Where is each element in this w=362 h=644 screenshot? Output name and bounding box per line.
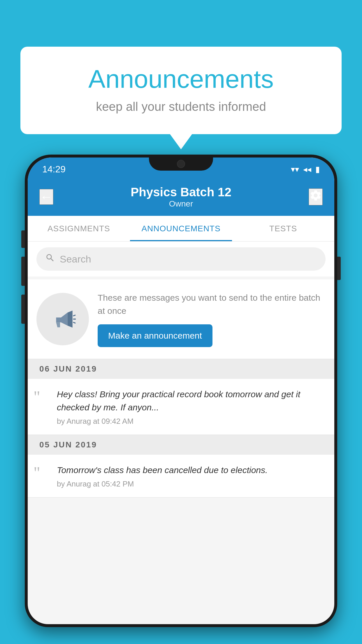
quote-icon-1: " <box>34 389 51 426</box>
speech-bubble: Announcements keep all your students inf… <box>20 47 342 134</box>
gear-icon <box>309 189 322 202</box>
tab-announcements[interactable]: ANNOUNCEMENTS <box>130 216 232 241</box>
announcement-message-1: Hey class! Bring your practical record b… <box>57 388 326 414</box>
header-title-area: Physics Batch 12 Owner <box>131 185 231 209</box>
settings-button[interactable] <box>309 188 323 205</box>
back-button[interactable]: ← <box>39 189 53 205</box>
announcement-author-2: by Anurag at 05:42 PM <box>57 480 326 489</box>
search-icon <box>45 253 55 265</box>
header-title: Physics Batch 12 <box>131 185 231 199</box>
announcement-author-1: by Anurag at 09:42 AM <box>57 417 326 426</box>
phone-mockup: 14:29 ▾▾ ◂◂ ▮ ← Physics Batch 12 Owner <box>25 155 337 644</box>
date-section-1: 06 JUN 2019 <box>28 359 334 379</box>
announcement-content-1: Hey class! Bring your practical record b… <box>57 388 326 426</box>
phone-screen: 14:29 ▾▾ ◂◂ ▮ ← Physics Batch 12 Owner <box>28 158 334 624</box>
phone-outer: 14:29 ▾▾ ◂◂ ▮ ← Physics Batch 12 Owner <box>25 155 337 627</box>
speech-bubble-container: Announcements keep all your students inf… <box>20 47 342 134</box>
announcement-content-2: Tomorrow's class has been cancelled due … <box>57 463 326 489</box>
phone-camera <box>177 160 185 168</box>
announcement-item-1[interactable]: " Hey class! Bring your practical record… <box>28 379 334 435</box>
search-bar[interactable]: Search <box>36 247 326 271</box>
speech-bubble-title: Announcements <box>44 64 318 94</box>
tab-assignments[interactable]: ASSIGNMENTS <box>28 216 130 241</box>
make-announcement-button[interactable]: Make an announcement <box>98 324 212 347</box>
date-label-1: 06 JUN 2019 <box>39 364 97 373</box>
phone-side-btn-left-2 <box>21 257 25 286</box>
phone-notch <box>149 155 213 171</box>
tabs-bar: ASSIGNMENTS ANNOUNCEMENTS TESTS <box>28 216 334 242</box>
announcement-icon-circle <box>36 293 89 345</box>
announcement-message-2: Tomorrow's class has been cancelled due … <box>57 463 326 477</box>
search-container: Search <box>28 242 334 276</box>
phone-side-btn-left-3 <box>21 295 25 324</box>
phone-side-btn-left-1 <box>21 230 25 248</box>
announcement-promo-right: These are messages you want to send to t… <box>98 291 326 347</box>
header-subtitle: Owner <box>131 199 231 209</box>
wifi-icon: ▾▾ <box>291 164 299 174</box>
date-label-2: 05 JUN 2019 <box>39 440 97 449</box>
phone-side-btn-right <box>337 257 341 280</box>
announcement-promo-text: These are messages you want to send to t… <box>98 291 326 317</box>
status-icons: ▾▾ ◂◂ ▮ <box>291 164 320 174</box>
announcement-item-2[interactable]: " Tomorrow's class has been cancelled du… <box>28 455 334 498</box>
tab-tests[interactable]: TESTS <box>232 216 334 241</box>
status-time: 14:29 <box>42 164 66 175</box>
signal-icon: ◂◂ <box>303 164 311 174</box>
date-section-2: 05 JUN 2019 <box>28 435 334 455</box>
svg-line-2 <box>73 322 75 323</box>
announcement-promo-card: These are messages you want to send to t… <box>28 279 334 359</box>
speech-bubble-subtitle: keep all your students informed <box>44 100 318 114</box>
battery-icon: ▮ <box>315 164 320 174</box>
megaphone-icon <box>50 306 76 332</box>
app-header: ← Physics Batch 12 Owner <box>28 178 334 216</box>
svg-line-0 <box>73 315 75 316</box>
quote-icon-2: " <box>34 465 51 489</box>
search-placeholder-text: Search <box>60 253 91 265</box>
